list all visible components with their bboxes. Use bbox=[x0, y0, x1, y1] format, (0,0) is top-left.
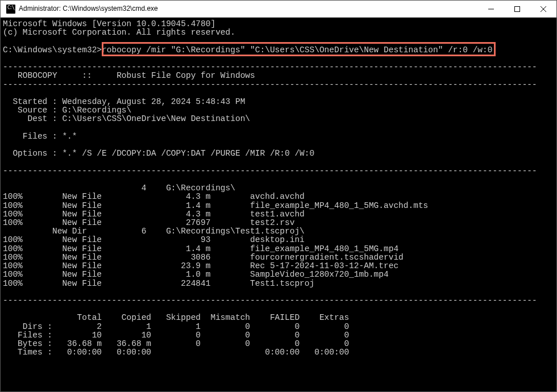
minimize-button[interactable] bbox=[478, 1, 504, 18]
terminal-line: Source : G:\Recordings\ bbox=[3, 106, 556, 115]
terminal-line: Files : *.* bbox=[3, 132, 556, 141]
terminal-line: C:\Windows\system32>robocopy /mir "G:\Re… bbox=[3, 46, 556, 55]
terminal-line: Microsoft Windows [Version 10.0.19045.47… bbox=[3, 20, 556, 28]
terminal-line: ----------------------------------------… bbox=[3, 63, 556, 72]
terminal-line: 100% New File 93 desktop.ini bbox=[3, 236, 556, 244]
terminal-line: Total Copied Skipped Mismatch FAILED Ext… bbox=[3, 314, 556, 322]
titlebar[interactable]: Administrator: C:\Windows\system32\cmd.e… bbox=[1, 1, 556, 18]
terminal-line: 100% New File 27697 test2.rsv bbox=[3, 219, 556, 227]
terminal-line bbox=[3, 124, 556, 132]
terminal-line bbox=[3, 288, 556, 297]
terminal-line: ROBOCOPY :: Robust File Copy for Windows bbox=[3, 72, 556, 80]
terminal-line: Options : *.* /S /E /DCOPY:DA /COPY:DAT … bbox=[3, 149, 556, 158]
cmd-icon bbox=[6, 5, 15, 14]
close-button[interactable] bbox=[530, 1, 556, 18]
window-title: Administrator: C:\Windows\system32\cmd.e… bbox=[19, 5, 478, 12]
terminal-line: (c) Microsoft Corporation. All rights re… bbox=[3, 28, 556, 37]
terminal-line: 100% New File 224841 Test1.tscproj bbox=[3, 280, 556, 288]
terminal-line: ----------------------------------------… bbox=[3, 297, 556, 305]
terminal-line: 100% New File 23.9 m Rec 5-17-2024-11-03… bbox=[3, 262, 556, 270]
terminal-line: 100% New File 1.0 m SampleVideo_1280x720… bbox=[3, 270, 556, 279]
terminal-line bbox=[3, 159, 556, 167]
terminal-line: Bytes : 36.68 m 36.68 m 0 0 0 0 bbox=[3, 340, 556, 348]
terminal-line: Dirs : 2 1 1 0 0 0 bbox=[3, 323, 556, 331]
terminal-line bbox=[3, 55, 556, 63]
terminal-line: 100% New File 3086 fourcornergradient.ts… bbox=[3, 253, 556, 262]
maximize-button[interactable] bbox=[504, 1, 530, 18]
terminal-line bbox=[3, 89, 556, 98]
terminal-line: ----------------------------------------… bbox=[3, 167, 556, 176]
terminal-line: 100% New File 4.3 m test1.avchd bbox=[3, 210, 556, 219]
terminal-line: 4 G:\Recordings\ bbox=[3, 184, 556, 193]
terminal-line bbox=[3, 305, 556, 314]
terminal-line: 100% New File 1.4 m file_example_MP4_480… bbox=[3, 202, 556, 210]
terminal-line bbox=[3, 176, 556, 184]
terminal-line: Times : 0:00:00 0:00:00 0:00:00 0:00:00 bbox=[3, 348, 556, 357]
terminal-line: Dest : C:\Users\CSS\OneDrive\New Destina… bbox=[3, 115, 556, 123]
terminal-line bbox=[3, 141, 556, 149]
terminal-line: 100% New File 4.3 m avchd.avchd bbox=[3, 193, 556, 201]
terminal-line: ----------------------------------------… bbox=[3, 81, 556, 89]
terminal-line: Started : Wednesday, August 28, 2024 5:4… bbox=[3, 98, 556, 106]
terminal-line: New Dir 6 G:\Recordings\Test1.tscproj\ bbox=[3, 227, 556, 236]
svg-rect-1 bbox=[515, 6, 520, 11]
terminal-line bbox=[3, 37, 556, 45]
terminal-line: 100% New File 1.4 m file_example_MP4_480… bbox=[3, 245, 556, 253]
cmd-window: Administrator: C:\Windows\system32\cmd.e… bbox=[0, 0, 557, 392]
terminal-line: Files : 10 10 0 0 0 0 bbox=[3, 331, 556, 340]
terminal-output[interactable]: Microsoft Windows [Version 10.0.19045.47… bbox=[1, 18, 556, 391]
